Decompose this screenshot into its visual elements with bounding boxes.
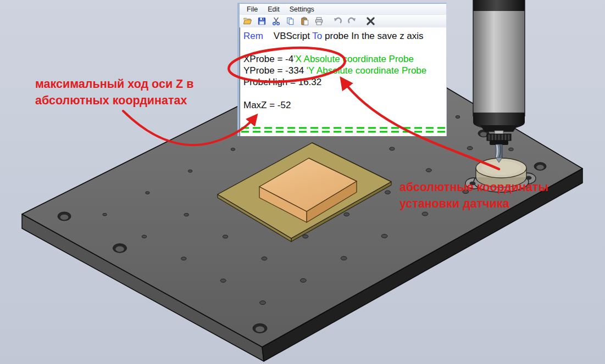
menu-item-file[interactable]: File [242, 5, 263, 14]
paste-icon [300, 16, 309, 26]
separator-dashes [241, 127, 446, 133]
note-line: установки датчика [399, 195, 548, 212]
menu-bar: FileEditSettings [240, 4, 446, 15]
code-lines: Rem VBScript To probe In the save z axis… [243, 30, 446, 111]
save-button[interactable] [256, 16, 267, 27]
open-button[interactable] [242, 16, 253, 27]
note-line: максимальный ход оси Z в [35, 76, 193, 92]
undo-button[interactable] [332, 16, 343, 27]
menu-item-edit[interactable]: Edit [263, 5, 285, 14]
code-line: XProbe = -4'X Absolute coordinate Probe [243, 53, 446, 65]
redo-icon [347, 16, 357, 26]
toolbar [240, 15, 446, 28]
copy-icon [286, 16, 295, 26]
undo-icon [333, 16, 342, 26]
delete-icon [366, 16, 375, 26]
code-line: MaxZ = -52 [243, 99, 446, 111]
script-editor-window: FileEditSettings Rem VBScript To probe I… [237, 3, 447, 136]
code-line [243, 42, 446, 53]
annotation-sensor-note: абсолютные координаты установки датчика [399, 179, 548, 212]
save-icon [257, 16, 267, 26]
code-line: YProbe = -334 'Y Absolute coordinate Pro… [243, 65, 446, 76]
delete-button[interactable] [365, 16, 376, 27]
note-line: абсолютные координаты [399, 179, 548, 195]
paste-button[interactable] [299, 16, 310, 27]
annotation-max-z-note: максимальный ход оси Z в абсолютных коор… [35, 76, 193, 109]
menu-item-settings[interactable]: Settings [285, 5, 319, 14]
print-icon [314, 16, 324, 26]
copy-button[interactable] [285, 16, 296, 27]
code-line [243, 88, 446, 99]
redo-button[interactable] [346, 16, 357, 27]
code-editor[interactable]: Rem VBScript To probe In the save z axis… [240, 27, 446, 136]
cut-button[interactable] [270, 16, 281, 27]
code-line: Rem VBScript To probe In the save z axis [243, 30, 446, 42]
code-line: ProbeHigh = 16.32 [243, 76, 446, 88]
print-button[interactable] [313, 16, 324, 27]
collet-nut [487, 134, 511, 145]
open-icon [243, 16, 252, 26]
note-line: абсолютных координатах [35, 92, 193, 109]
cut-icon [271, 16, 281, 26]
app-screenshot: максимальный ход оси Z в абсолютных коор… [0, 0, 605, 364]
